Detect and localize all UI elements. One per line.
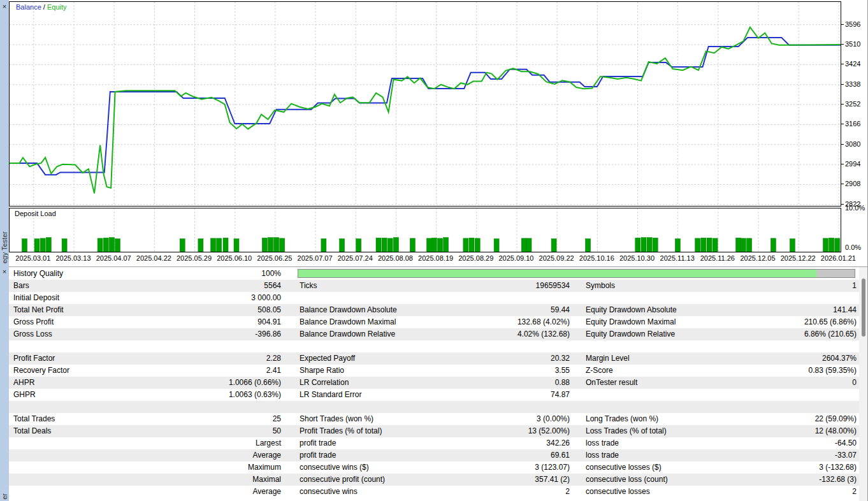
report-row[interactable]: History Quality100% [9, 268, 859, 280]
stat-label: Equity Drawdown Relative [586, 328, 675, 340]
date-tick-label: 2025.03.13 [55, 254, 90, 262]
deposit-axis-bottom-label: 0.0% [845, 243, 868, 251]
date-tick-label: 2025.08.19 [418, 254, 453, 262]
stat-label: Ticks [300, 280, 317, 292]
stat-label: Sharpe Ratio [300, 365, 344, 377]
price-tick-mark [841, 104, 844, 105]
deposit-load-bar [376, 238, 381, 252]
report-row[interactable]: Initial Deposit3 000.00 [9, 292, 859, 304]
report-row[interactable]: Maximumconsecutive wins ($)3 (123.07)con… [9, 461, 859, 474]
close-chart-panel-icon[interactable]: × [0, 3, 9, 11]
stat-label: Profit Trades (% of total) [300, 425, 382, 437]
date-tick-label: 2025.04.07 [96, 254, 131, 262]
stat-cell: Gross Profit904.91 [9, 316, 295, 328]
report-row[interactable]: Total Deals50Profit Trades (% of total)1… [9, 425, 859, 437]
deposit-axis-top-label: 10.0% [845, 204, 868, 212]
report-scrollbar[interactable] [859, 267, 868, 501]
stat-cell: Profit Factor2.28 [9, 352, 295, 365]
report-row[interactable]: Total Trades25Short Trades (won %)3 (0.0… [9, 413, 859, 425]
stat-label: Short Trades (won %) [300, 413, 373, 425]
stat-value: 0.83 (59.35%) [809, 365, 857, 377]
report-row[interactable]: Averageconsecutive wins2consecutive loss… [9, 486, 859, 498]
stat-value: 2.41 [266, 365, 281, 377]
price-tick-mark [841, 124, 844, 124]
stat-label: Balance Drawdown Relative [300, 328, 395, 340]
date-tick-label: 2025.12.22 [781, 254, 816, 262]
price-tick-label: 2994 [845, 160, 868, 168]
report-row[interactable]: AHPR1.0066 (0.66%)LR Correlation0.88OnTe… [9, 377, 859, 389]
stat-cell: Margin Level2604.37% [583, 352, 859, 365]
stat-value: 22 (59.09%) [815, 413, 857, 425]
strategy-tester-tab-top[interactable]: egy Tester [1, 231, 8, 264]
stat-cell: consecutive losses2 [583, 486, 859, 498]
price-tick-label: 3080 [845, 140, 868, 148]
date-tick-label: 2025.12.05 [741, 254, 776, 262]
price-tick-label: 3424 [845, 60, 868, 68]
stat-cell: Largest [9, 437, 295, 449]
stat-value: 74.87 [551, 389, 570, 401]
stat-value: 2604.37% [822, 352, 857, 365]
progress-bar-filled [298, 269, 816, 278]
stat-label: Long Trades (won %) [586, 413, 658, 425]
report-row[interactable]: Bars5564Ticks19659534Symbols1 [9, 280, 859, 292]
stat-label: Z-Score [586, 365, 613, 377]
stat-value: 3 000.00 [251, 292, 281, 304]
report-row[interactable]: Maximalconsecutive profit (count)357.41 … [9, 474, 859, 486]
report-row[interactable]: Recovery Factor2.41Sharpe Ratio3.55Z-Sco… [9, 365, 859, 377]
report-row[interactable]: Profit Factor2.28Expected Payoff20.32Mar… [9, 352, 859, 365]
stat-value: 25 [273, 413, 281, 425]
price-tick-label: 3166 [845, 120, 868, 127]
stat-value: Maximum [248, 461, 281, 474]
stat-value: 1.0063 (0.63%) [229, 389, 281, 401]
stat-cell: Recovery Factor2.41 [9, 365, 295, 377]
report-row[interactable]: Total Net Profit508.05Balance Drawdown A… [9, 304, 859, 316]
price-tick-label: 3510 [845, 40, 868, 48]
balance-line [10, 38, 841, 175]
deposit-load-bar [109, 238, 114, 252]
stat-label: Balance Drawdown Absolute [300, 304, 397, 316]
report-row[interactable]: Gross Profit904.91Balance Drawdown Maxim… [9, 316, 859, 328]
stat-label: History Quality [13, 268, 63, 280]
date-tick-label: 2025.10.16 [579, 254, 614, 262]
stat-value: 13 (52.00%) [528, 425, 570, 437]
report-row[interactable]: Averageprofit trade69.61loss trade-33.07 [9, 449, 859, 461]
stat-cell: Total Net Profit508.05 [9, 304, 295, 316]
deposit-load-plot[interactable]: Deposit Load [9, 208, 841, 252]
deposit-load-bar [475, 238, 480, 252]
backtest-chart-panel: Balance / Equity Deposit Load 3596351034… [9, 0, 868, 266]
price-tick-label: 3338 [845, 80, 868, 88]
report-row[interactable]: GHPR1.0063 (0.63%)LR Standard Error74.87 [9, 389, 859, 401]
stat-value: 357.41 (2) [535, 474, 570, 486]
balance-equity-plot[interactable]: Balance / Equity [9, 1, 841, 207]
date-tick-label: 2025.09.22 [539, 254, 574, 262]
report-row[interactable] [9, 340, 859, 352]
stat-value: -396.86 [255, 328, 281, 340]
report-row[interactable]: Largestprofit trade342.26loss trade-64.5… [9, 437, 859, 449]
stat-cell: consecutive profit (count)357.41 (2) [295, 474, 583, 486]
stat-cell: GHPR1.0063 (0.63%) [9, 389, 295, 401]
stat-value: 59.44 [551, 304, 570, 316]
report-scrollbar-thumb[interactable] [862, 279, 865, 337]
deposit-load-bar [62, 239, 67, 252]
date-tick-label: 2025.10.30 [619, 254, 655, 262]
stat-value: Average [253, 486, 281, 498]
stat-cell [9, 340, 295, 352]
deposit-load-bar [695, 238, 700, 252]
report-row[interactable]: Gross Loss-396.86Balance Drawdown Relati… [9, 328, 859, 340]
report-row[interactable] [9, 401, 859, 413]
stat-cell: Symbols1 [583, 280, 859, 292]
stat-cell: Balance Drawdown Maximal132.68 (4.02%) [295, 316, 583, 328]
stat-label: profit trade [300, 437, 336, 449]
deposit-load-bar [823, 238, 828, 252]
deposit-load-bar [262, 238, 267, 252]
price-tick-label: 2908 [845, 180, 868, 187]
strategy-tester-tab-bottom[interactable]: er [1, 493, 8, 500]
deposit-load-bar [427, 238, 432, 252]
date-tick-label: 2025.08.08 [378, 254, 413, 262]
stat-cell [583, 389, 859, 401]
balance-legend-label: Balance [16, 3, 41, 11]
stat-cell [295, 401, 583, 413]
stat-label: Equity Drawdown Absolute [586, 304, 677, 316]
close-report-panel-icon[interactable]: × [0, 268, 9, 277]
stat-label: Total Deals [13, 425, 51, 437]
